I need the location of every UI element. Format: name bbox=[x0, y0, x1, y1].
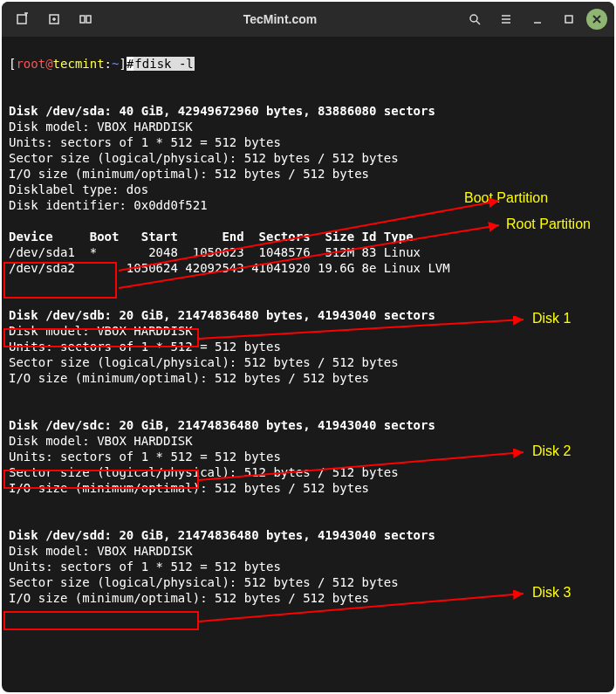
annotation-disk3: Disk 3 bbox=[532, 585, 571, 601]
titlebar-right-controls bbox=[461, 5, 607, 33]
minimize-button[interactable] bbox=[524, 5, 551, 33]
annotation-disk2: Disk 2 bbox=[532, 443, 571, 459]
svg-line-20 bbox=[199, 320, 524, 339]
window-title: TecMint.com bbox=[99, 12, 461, 26]
disk-sdd-sector: Sector size (logical/physical): 512 byte… bbox=[9, 575, 399, 589]
maximize-button[interactable] bbox=[555, 5, 583, 33]
disk-sdb-header: Disk /dev/sdb: 20 GiB, 21474836480 bytes… bbox=[9, 308, 435, 322]
titlebar-left-controls bbox=[9, 5, 99, 33]
svg-point-8 bbox=[470, 15, 477, 22]
partition-table-header: Device Boot Start End Sectors Size Id Ty… bbox=[9, 230, 414, 244]
svg-rect-6 bbox=[80, 16, 85, 23]
split-button[interactable] bbox=[72, 5, 99, 33]
new-tab-button[interactable] bbox=[9, 5, 37, 33]
disk-sda-units: Units: sectors of 1 * 512 = 512 bytes bbox=[9, 135, 281, 149]
partition-sda1: /dev/sda1 * 2048 1050623 1048576 512M 83… bbox=[9, 245, 421, 259]
disk-sda-header: Disk /dev/sda: 40 GiB, 42949672960 bytes… bbox=[9, 104, 435, 118]
svg-rect-7 bbox=[86, 16, 91, 23]
disk-sda-ident: Disk identifier: 0x0dd0f521 bbox=[9, 198, 208, 212]
new-window-button[interactable] bbox=[40, 5, 68, 33]
disk-sdd-units: Units: sectors of 1 * 512 = 512 bytes bbox=[9, 560, 281, 574]
disk-sda-io: I/O size (minimum/optimal): 512 bytes / … bbox=[9, 167, 369, 181]
menu-button[interactable] bbox=[492, 5, 520, 33]
svg-rect-0 bbox=[17, 15, 26, 24]
terminal-body[interactable]: [root@tecmint:~]#fdisk -l Disk /dev/sda:… bbox=[2, 37, 614, 692]
disk-sdb-units: Units: sectors of 1 * 512 = 512 bytes bbox=[9, 340, 281, 354]
disk-sdb-io: I/O size (minimum/optimal): 512 bytes / … bbox=[9, 371, 369, 385]
annotation-root: Root Partition bbox=[506, 216, 591, 232]
disk-sda-model: Disk model: VBOX HARDDISK bbox=[9, 120, 193, 134]
disk-sda-sector: Sector size (logical/physical): 512 byte… bbox=[9, 151, 399, 165]
annotation-disk1: Disk 1 bbox=[532, 311, 571, 326]
disk-sdc-units: Units: sectors of 1 * 512 = 512 bytes bbox=[9, 450, 281, 464]
disk-sdc-sector: Sector size (logical/physical): 512 byte… bbox=[9, 465, 399, 479]
disk-sdd-model: Disk model: VBOX HARDDISK bbox=[9, 544, 193, 558]
close-button[interactable] bbox=[586, 9, 607, 30]
disk-sdc-model: Disk model: VBOX HARDDISK bbox=[9, 434, 193, 448]
disk-sda-label: Disklabel type: dos bbox=[9, 182, 148, 196]
annotation-boot: Boot Partition bbox=[464, 190, 548, 206]
disk-sdd-io: I/O size (minimum/optimal): 512 bytes / … bbox=[9, 591, 369, 605]
disk-sdc-io: I/O size (minimum/optimal): 512 bytes / … bbox=[9, 481, 369, 495]
svg-rect-14 bbox=[565, 16, 572, 23]
redbox-sdd bbox=[3, 611, 199, 630]
disk-sdd-header: Disk /dev/sdd: 20 GiB, 21474836480 bytes… bbox=[9, 528, 435, 542]
disk-sdb-sector: Sector size (logical/physical): 512 byte… bbox=[9, 355, 399, 369]
disk-sdc-header: Disk /dev/sdc: 20 GiB, 21474836480 bytes… bbox=[9, 418, 435, 432]
command-text: fdisk -l bbox=[133, 57, 194, 71]
terminal-window: TecMint.com [root@tecmint:~]#fdisk -l Di… bbox=[2, 2, 614, 692]
partition-sda2: /dev/sda2 1050624 42092543 41041920 19.6… bbox=[9, 261, 450, 275]
svg-line-9 bbox=[476, 21, 480, 24]
search-button[interactable] bbox=[461, 5, 489, 33]
prompt: [root@tecmint:~]# bbox=[9, 57, 133, 71]
disk-sdb-model: Disk model: VBOX HARDDISK bbox=[9, 324, 193, 338]
titlebar: TecMint.com bbox=[2, 2, 614, 37]
